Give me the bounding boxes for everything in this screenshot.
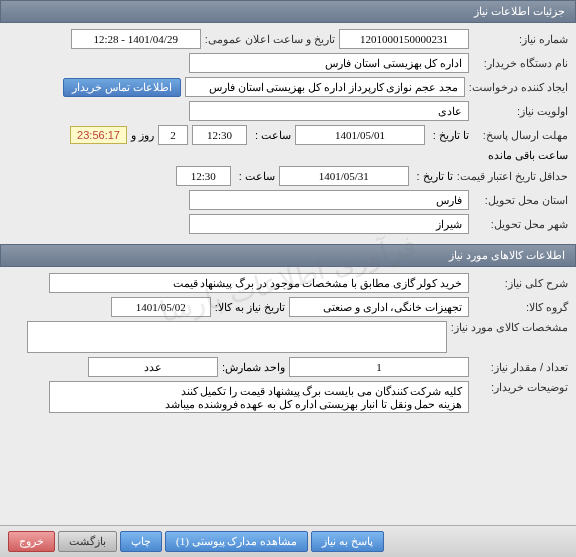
goods-info-form: شرح کلی نیاز: گروه کالا: تاریخ نیاز به ک…	[0, 267, 576, 423]
label-unit: واحد شمارش:	[222, 361, 285, 374]
input-need-date[interactable]	[111, 297, 211, 317]
label-delivery-province: استان محل تحویل:	[473, 194, 568, 207]
input-requester[interactable]	[185, 77, 465, 97]
input-deadline-time[interactable]	[192, 125, 247, 145]
input-deadline-date[interactable]	[295, 125, 425, 145]
label-need-desc: شرح کلی نیاز:	[473, 277, 568, 290]
label-time-1: ساعت :	[251, 129, 291, 142]
label-quantity: تعداد / مقدار نیاز:	[473, 361, 568, 374]
countdown-timer: 23:56:17	[70, 126, 127, 144]
label-response-deadline: مهلت ارسال پاسخ:	[473, 129, 568, 142]
input-validity-time[interactable]	[176, 166, 231, 186]
footer-toolbar: پاسخ به نیاز مشاهده مدارک پیوستی (1) چاپ…	[0, 525, 576, 557]
label-announce-datetime: تاریخ و ساعت اعلان عمومی:	[205, 33, 335, 46]
contact-buyer-button[interactable]: اطلاعات تماس خریدار	[63, 78, 181, 97]
label-goods-spec: مشخصات کالای مورد نیاز:	[451, 321, 568, 334]
input-need-number[interactable]	[339, 29, 469, 49]
label-need-date: تاریخ نیاز به کالا:	[215, 301, 285, 314]
input-validity-date[interactable]	[279, 166, 409, 186]
textarea-goods-spec[interactable]	[27, 321, 447, 353]
textarea-buyer-notes[interactable]	[49, 381, 469, 413]
input-need-desc[interactable]	[49, 273, 469, 293]
input-days-remaining[interactable]	[158, 125, 188, 145]
input-buyer-name[interactable]	[189, 53, 469, 73]
label-delivery-city: شهر محل تحویل:	[473, 218, 568, 231]
label-days-and: روز و	[131, 129, 154, 142]
input-delivery-province[interactable]	[189, 190, 469, 210]
input-unit[interactable]	[88, 357, 218, 377]
need-info-form: شماره نیاز: تاریخ و ساعت اعلان عمومی: نا…	[0, 23, 576, 244]
label-buyer-name: نام دستگاه خریدار:	[473, 57, 568, 70]
input-delivery-city[interactable]	[189, 214, 469, 234]
input-announce-datetime[interactable]	[71, 29, 201, 49]
print-button[interactable]: چاپ	[120, 531, 162, 552]
respond-button[interactable]: پاسخ به نیاز	[311, 531, 384, 552]
back-button[interactable]: بازگشت	[58, 531, 117, 552]
label-price-validity: حداقل تاریخ اعتبار قیمت:	[457, 169, 568, 183]
label-goods-group: گروه کالا:	[473, 301, 568, 314]
exit-button[interactable]: خروج	[8, 531, 55, 552]
label-need-number: شماره نیاز:	[473, 33, 568, 46]
label-requester: ایجاد کننده درخواست:	[469, 81, 568, 94]
section-header-goods: اطلاعات کالاهای مورد نیاز	[0, 244, 576, 267]
input-goods-group[interactable]	[289, 297, 469, 317]
input-quantity[interactable]	[289, 357, 469, 377]
section-header-need: جزئیات اطلاعات نیاز	[0, 0, 576, 23]
attachments-button[interactable]: مشاهده مدارک پیوستی (1)	[165, 531, 308, 552]
label-to-date-1: تا تاریخ :	[429, 129, 469, 142]
label-buyer-notes: توضیحات خریدار:	[473, 381, 568, 394]
label-priority: اولویت نیاز:	[473, 105, 568, 118]
label-hours-remaining: ساعت باقی مانده	[488, 149, 568, 162]
label-to-date-2: تا تاریخ :	[413, 170, 453, 183]
input-priority[interactable]	[189, 101, 469, 121]
label-time-2: ساعت :	[235, 170, 275, 183]
